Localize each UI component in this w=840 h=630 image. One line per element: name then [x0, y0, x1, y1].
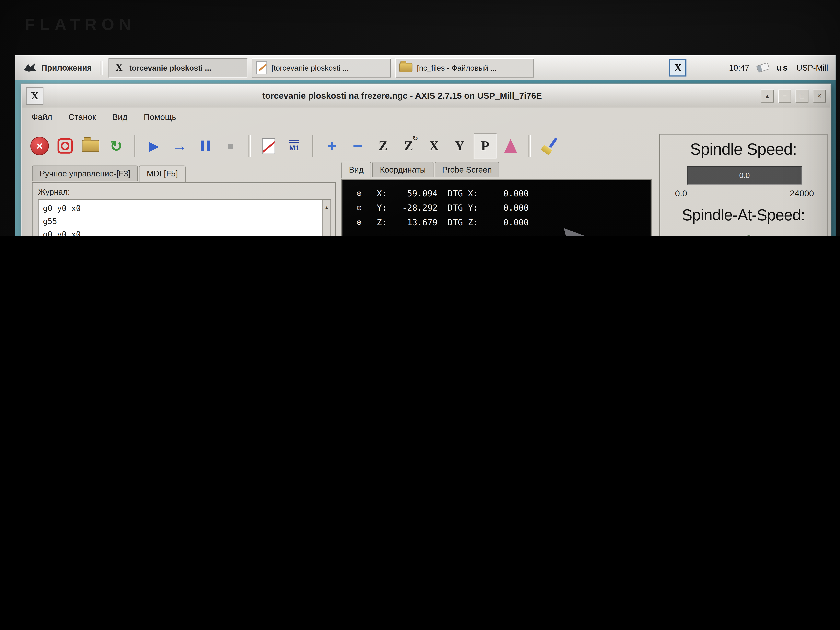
history-label: Журнал: — [38, 187, 70, 196]
close-button[interactable]: × — [813, 89, 826, 103]
rotate-view-button[interactable] — [499, 134, 522, 158]
close-icon: × — [818, 92, 821, 100]
menu-machine[interactable]: Станок — [68, 112, 96, 122]
maximize-icon: □ — [800, 92, 804, 100]
dro-line: ⊕ X: 59.094 DTG X: 0.000 — [357, 186, 529, 201]
optional-pause-button[interactable]: M1 — [283, 134, 305, 158]
zoom-in-button[interactable]: + — [321, 134, 344, 158]
spindle-at-speed-title: Spindle-At-Speed: — [660, 206, 827, 224]
window-icon: X — [26, 87, 43, 104]
spindle-speed-bar: 0.0 — [687, 166, 802, 185]
spindle-scale-max: 24000 — [790, 189, 814, 199]
history-item[interactable]: g55 — [43, 215, 330, 228]
clock: 10:47 — [729, 63, 750, 72]
spindle-speed-bar-value: 0.0 — [739, 171, 750, 180]
taskbar-window-editor[interactable]: [torcevanie ploskosti ... — [252, 58, 391, 77]
clear-plot-button[interactable] — [537, 134, 560, 158]
taskbar-window-label: [nc_files - Файловый ... — [417, 63, 497, 72]
mdi-panel: Журнал: g0 y0 x0 g55 g0 y0 x0 g0 z-0.5 g… — [32, 182, 336, 236]
toolbar: × ↻ ▶ → ■ M1 + − Z Z X Y P — [22, 127, 657, 165]
tool-cone — [564, 228, 651, 236]
taskbar-tray: X 10:47 us USP-Mill — [669, 59, 830, 76]
titlebar[interactable]: X torcevanie ploskosti na frezere.ngc - … — [22, 85, 830, 107]
axis-window-icon: X — [113, 61, 125, 74]
minimize-button[interactable]: − — [778, 89, 791, 103]
view-top-rotated-button[interactable]: Z — [397, 134, 420, 158]
tab-manual-control[interactable]: Ручное управление-[F3] — [32, 166, 138, 181]
spindle-speed-title: Spindle Speed: — [660, 140, 827, 158]
editor-icon — [256, 61, 267, 74]
minimize-icon: − — [783, 92, 787, 100]
view-front-button[interactable]: Y — [448, 134, 471, 158]
monitor-brand: FLATRON — [25, 15, 136, 34]
spindle-at-speed-indicator — [739, 235, 759, 236]
menubar: Файл Станок Вид Помощь — [22, 107, 830, 127]
menu-file[interactable]: Файл — [32, 112, 52, 122]
menu-view[interactable]: Вид — [112, 112, 128, 122]
toolbar-separator — [312, 135, 314, 157]
block-delete-button[interactable] — [257, 134, 280, 158]
shade-button[interactable]: ▴ — [761, 89, 774, 103]
window-title: torcevanie ploskosti na frezere.ngc - AX… — [48, 91, 756, 101]
tab-probe-screen[interactable]: Probe Screen — [434, 162, 499, 177]
stop-button[interactable]: ■ — [219, 134, 242, 158]
view-top-button[interactable]: Z — [372, 134, 395, 158]
run-button[interactable]: ▶ — [143, 134, 166, 158]
toolbar-separator — [248, 135, 251, 157]
tab-mdi[interactable]: MDI [F5] — [139, 166, 186, 182]
shade-icon: ▴ — [766, 92, 769, 100]
taskbar-window-axis[interactable]: X torcevanie ploskosti ... — [109, 58, 248, 77]
spindle-panel: Spindle Speed: 0.0 0.0 24000 Spindle-At-… — [659, 134, 827, 236]
dro-line — [357, 230, 529, 236]
dro-line: ⊕ Z: 13.679 DTG Z: 0.000 — [357, 215, 529, 229]
open-file-button[interactable] — [79, 134, 102, 158]
tab-dro[interactable]: Координаты — [373, 162, 433, 177]
x11-glyph: X — [674, 62, 682, 74]
folder-icon — [399, 63, 412, 72]
zoom-out-button[interactable]: − — [346, 134, 369, 158]
spindle-scale-min: 0.0 — [675, 189, 687, 199]
manual-mdi-tabs: Ручное управление-[F3] MDI [F5] — [32, 166, 185, 181]
machine-power-button[interactable] — [54, 134, 76, 158]
pause-button[interactable] — [194, 134, 216, 158]
tab-preview[interactable]: Вид — [341, 162, 371, 178]
applications-logo-icon — [23, 62, 37, 74]
toolbar-separator — [529, 135, 531, 157]
history-scrollbar[interactable]: ▲▼ — [322, 200, 330, 236]
screen: Приложения X torcevanie ploskosti ... [t… — [15, 55, 836, 236]
dro-readout: ⊕ X: 59.094 DTG X: 0.000 ⊕ Y: -28.292 DT… — [357, 186, 529, 236]
maximize-button[interactable]: □ — [796, 89, 808, 103]
monitor-photo: FLATRON Приложения X torcevanie ploskost… — [0, 0, 840, 236]
axis-window: X torcevanie ploskosti na frezere.ngc - … — [21, 84, 831, 236]
taskbar-window-filemanager[interactable]: [nc_files - Файловый ... — [395, 58, 534, 77]
eraser-icon — [756, 62, 770, 73]
history-item[interactable]: g0 y0 x0 — [43, 202, 330, 215]
applications-menu[interactable]: Приложения — [21, 60, 94, 74]
toolbar-separator — [134, 135, 136, 157]
x11-tray-icon[interactable]: X — [669, 59, 687, 76]
window-icon-glyph: X — [31, 90, 39, 102]
mdi-history-list[interactable]: g0 y0 x0 g55 g0 y0 x0 g0 z-0.5 g54 g56 ▲… — [38, 199, 331, 236]
view-perspective-button[interactable]: P — [474, 134, 496, 158]
backplot-preview[interactable]: ⊕ X: 59.094 DTG X: 0.000 ⊕ Y: -28.292 DT… — [341, 179, 652, 236]
applications-menu-label: Приложения — [41, 63, 92, 72]
view-side-button[interactable]: X — [423, 134, 445, 158]
estop-button[interactable]: × — [28, 134, 51, 158]
step-button[interactable]: → — [168, 134, 191, 158]
dro-line: ⊕ Y: -28.292 DTG Y: 0.000 — [357, 201, 529, 215]
taskbar-window-label: torcevanie ploskosti ... — [129, 63, 211, 72]
preview-tabs: Вид Координаты Probe Screen — [341, 162, 499, 177]
taskbar: Приложения X torcevanie ploskosti ... [t… — [15, 55, 836, 81]
menu-help[interactable]: Помощь — [144, 112, 176, 122]
host-label: USP-Mill — [796, 63, 828, 72]
history-item[interactable]: g0 y0 x0 — [43, 228, 330, 236]
reload-button[interactable]: ↻ — [105, 134, 128, 158]
taskbar-window-label: [torcevanie ploskosti ... — [272, 63, 349, 72]
taskbar-separator — [100, 60, 103, 74]
keyboard-layout-indicator[interactable]: us — [777, 63, 789, 73]
